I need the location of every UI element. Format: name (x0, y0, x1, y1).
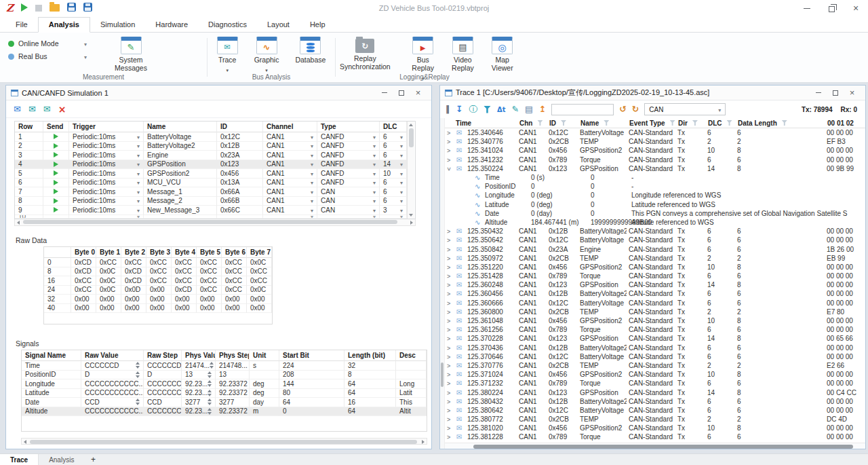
spinner-up-icon[interactable] (208, 371, 212, 374)
raw-byte-cell[interactable]: 0x0C (96, 276, 121, 286)
phys-step-cell[interactable]: 3277 (216, 398, 250, 407)
trace-column-header[interactable]: Name (578, 118, 627, 128)
send-button[interactable] (43, 187, 69, 197)
message-name-cell[interactable]: GPSPosition2 (144, 169, 217, 179)
expand-toggle[interactable] (445, 326, 454, 333)
expand-toggle[interactable] (445, 129, 454, 136)
expand-toggle[interactable] (445, 227, 454, 235)
spinner-up-icon[interactable] (136, 398, 140, 401)
channel-select[interactable]: CAN1 (263, 187, 317, 197)
trace-row[interactable]: 125.361048CAN10x456GPSPosition2CAN-Stand… (445, 316, 865, 325)
phys-step-cell[interactable]: 13 (216, 371, 250, 380)
raw-byte-cell[interactable]: 0x0C (96, 267, 121, 277)
sim-table-row[interactable]: 3Periodic:10msEngine0x23ACAN1CANFD6 (15, 151, 407, 160)
expand-toggle[interactable] (445, 424, 454, 432)
raw-byte-cell[interactable]: 0xCC (197, 286, 222, 295)
sim-table-row[interactable]: 9Periodic:10msNew_Message_30x66CCAN1CAN3 (15, 206, 407, 215)
raw-byte-cell[interactable]: 0xCC (172, 267, 197, 277)
spinner-up-icon[interactable] (208, 398, 212, 401)
spinner-control[interactable] (136, 371, 140, 378)
dlc-select[interactable]: 6 (380, 151, 407, 160)
dlc-select[interactable]: 6 (380, 179, 407, 188)
dlc-select[interactable]: 6 (380, 197, 407, 206)
search-next-icon[interactable] (632, 105, 639, 114)
trigger-select[interactable]: Periodic:10ms (69, 187, 144, 197)
tab-diagnostics[interactable]: Diagnostics (198, 18, 257, 32)
channel-select[interactable]: CAN1 (263, 132, 317, 142)
spinner-control[interactable] (136, 398, 140, 405)
type-select[interactable]: CANFD (317, 179, 380, 188)
scroll-to-end-icon[interactable] (456, 105, 462, 114)
message-info-icon[interactable] (469, 105, 477, 114)
expand-toggle[interactable] (445, 255, 454, 262)
expand-toggle[interactable] (445, 156, 454, 164)
delete-message-icon[interactable] (58, 105, 66, 114)
channel-select[interactable]: CAN1 (263, 179, 317, 188)
sim-table-row[interactable]: 5Periodic:10msGPSPosition20x456CAN1CANFD… (15, 169, 407, 179)
trace-row[interactable]: 125.380224CAN10x123GPSPositionCAN-Standa… (445, 388, 865, 396)
save-button[interactable] (67, 2, 76, 14)
type-select[interactable]: CANFD (317, 132, 380, 142)
channel-select[interactable] (263, 215, 317, 219)
filter-icon[interactable] (727, 120, 732, 126)
message-name-cell[interactable] (144, 215, 217, 219)
raw-step-cell[interactable]: CCCCCCD (144, 361, 182, 371)
tab-analysis[interactable]: Analysis (38, 17, 90, 33)
raw-byte-cell[interactable]: 0x00 (222, 295, 247, 304)
trace-signal-row[interactable]: Longitude0 (deg)0Longitude referenced to… (445, 191, 865, 200)
type-select[interactable]: CANFD (317, 142, 380, 151)
channel-select[interactable]: CAN1 (263, 151, 317, 160)
trace-row[interactable]: 125.381020CAN10x456GPSPosition2CAN-Stand… (445, 424, 865, 432)
expand-toggle[interactable] (445, 433, 454, 441)
raw-byte-cell[interactable]: 0x00 (71, 304, 96, 314)
expand-toggle[interactable] (445, 344, 454, 352)
tab-trace-workspace[interactable]: Trace (0, 454, 39, 465)
trace-row[interactable]: 125.360800CAN10x2CBTEMPCAN-StandardTx22E… (445, 308, 865, 316)
message-id-cell[interactable]: 0x12B (217, 142, 263, 151)
message-name-cell[interactable]: Engine (144, 151, 217, 160)
expand-toggle[interactable] (445, 138, 454, 145)
message-name-cell[interactable]: GPSPosition (144, 160, 217, 170)
trace-row[interactable]: 125.381228CAN10x789TorqueCAN-StandardTx6… (445, 432, 865, 441)
add-database-message-icon[interactable] (14, 105, 21, 113)
clean-icon[interactable] (512, 105, 519, 114)
trace-row[interactable]: 125.380432CAN10x12BBatteryVoltage2CAN-St… (445, 397, 865, 406)
spinner-down-icon[interactable] (136, 403, 140, 405)
raw-byte-cell[interactable]: 0x0C (247, 258, 272, 267)
raw-byte-cell[interactable]: 0x00 (121, 295, 146, 304)
sim-table-row[interactable]: 8Periodic:10msMessage_20x66BCAN1CAN6 (15, 197, 407, 206)
pause-icon[interactable] (446, 105, 450, 114)
spinner-control[interactable] (208, 408, 212, 415)
raw-byte-cell[interactable]: 0xCC (222, 267, 247, 277)
phys-value-field[interactable]: 92.23... (182, 379, 216, 389)
raw-value-field[interactable]: CCCCCCCCCCC... (81, 407, 144, 417)
graphic-button[interactable]: Graphic (248, 36, 285, 74)
spinner-up-icon[interactable] (208, 380, 212, 383)
trace-row[interactable]: 125.350972CAN10x2CBTEMPCAN-StandardTx22E… (445, 254, 865, 263)
raw-byte-cell[interactable]: 0xCD (121, 267, 146, 277)
raw-byte-cell[interactable]: 0xCD (71, 258, 96, 267)
filter-icon[interactable] (561, 120, 566, 126)
stop-measurement-button[interactable] (35, 2, 42, 14)
raw-byte-cell[interactable]: 0x00 (146, 295, 172, 304)
expand-toggle[interactable] (445, 353, 454, 360)
expand-toggle[interactable] (445, 398, 454, 405)
trigger-select[interactable]: Periodic:10ms (69, 206, 144, 215)
channel-select[interactable]: CAN1 (263, 169, 317, 179)
message-id-cell[interactable]: 0x66C (217, 206, 263, 215)
phys-step-cell[interactable]: 92.23372 (216, 407, 250, 417)
phys-value-field[interactable]: 21474... (182, 361, 216, 371)
add-message-icon[interactable] (43, 105, 51, 113)
trace-row[interactable]: 125.340776CAN10x2CBTEMPCAN-StandardTx22E… (445, 137, 865, 146)
trace-row[interactable]: 125.350224CAN10x123GPSPositionCAN-Standa… (445, 164, 865, 173)
raw-byte-cell[interactable]: 0xCC (172, 276, 197, 286)
export-icon[interactable] (539, 105, 546, 114)
raw-byte-cell[interactable]: 0x00 (197, 304, 222, 314)
spinner-down-icon[interactable] (208, 375, 212, 378)
trigger-select[interactable]: Periodic:10ms (69, 179, 144, 188)
type-select[interactable]: CANFD (317, 151, 380, 160)
dlc-select[interactable] (380, 215, 407, 219)
message-name-cell[interactable]: BatteryVoltage2 (144, 142, 217, 151)
type-select[interactable]: CAN (317, 187, 380, 197)
trace-row[interactable]: 125.361256CAN10x789TorqueCAN-StandardTx6… (445, 325, 865, 334)
